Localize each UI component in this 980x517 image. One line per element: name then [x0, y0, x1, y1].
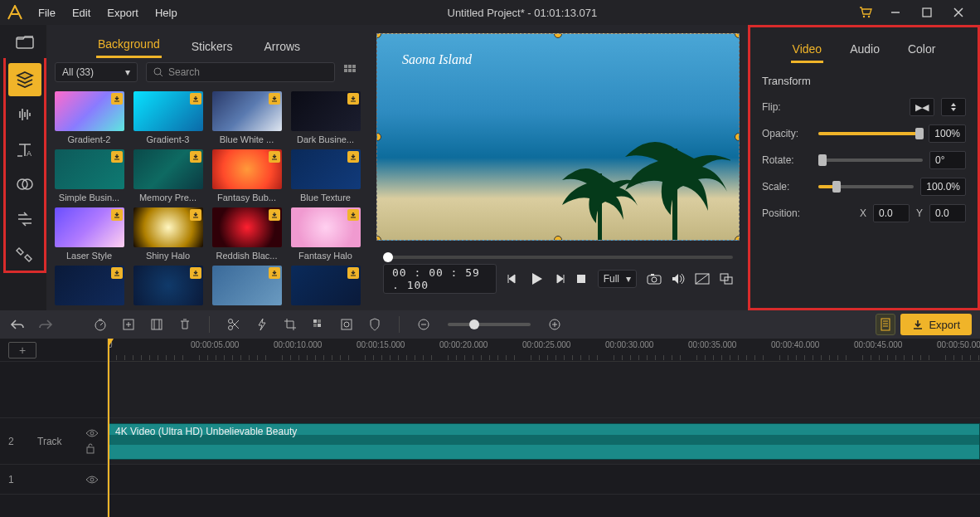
svg-point-28 — [229, 319, 233, 324]
tab-stickers[interactable]: Stickers — [190, 35, 235, 58]
timeline-lane-1[interactable] — [108, 465, 980, 495]
leftrail-media-button[interactable] — [3, 25, 46, 58]
speed-button[interactable] — [91, 315, 109, 334]
minimize-button[interactable] — [881, 2, 910, 22]
timeline-lane-empty[interactable] — [108, 362, 980, 418]
aspect-button[interactable] — [695, 271, 710, 287]
svg-text:A: A — [27, 149, 32, 158]
menu-export[interactable]: Export — [99, 7, 147, 19]
svg-rect-3 — [923, 8, 931, 17]
freeze-frame-button[interactable] — [337, 315, 356, 334]
redo-button[interactable] — [36, 315, 55, 334]
export-button[interactable]: Export — [900, 314, 972, 335]
visibility-icon[interactable] — [85, 429, 99, 437]
tab-background[interactable]: Background — [96, 32, 162, 58]
audio-wave-icon[interactable] — [8, 98, 41, 131]
stop-button[interactable] — [575, 271, 588, 287]
transition-icon[interactable] — [8, 202, 41, 236]
thumbnail-item[interactable]: Memory Pre... — [132, 149, 204, 202]
next-frame-button[interactable] — [554, 271, 566, 287]
thumbnail-item[interactable]: Reddish Blac... — [211, 207, 283, 261]
timeline-lane-2[interactable]: 4K Video (Ultra HD) Unbelievable Beauty — [108, 418, 980, 465]
fit-dropdown[interactable]: Full ▾ — [598, 270, 637, 288]
layers-icon[interactable] — [8, 63, 41, 96]
menu-file[interactable]: File — [30, 7, 64, 19]
prev-frame-button[interactable] — [507, 271, 519, 287]
undo-button[interactable] — [8, 315, 27, 334]
thumbnail-item[interactable] — [53, 266, 125, 305]
pos-x-value[interactable]: 0.0 — [873, 204, 910, 222]
play-button[interactable] — [529, 271, 544, 287]
scale-slider[interactable] — [818, 185, 914, 188]
thumbnail-item[interactable]: Gradient-2 — [53, 91, 125, 144]
tab-video[interactable]: Video — [791, 37, 824, 63]
timeline-tracks-area[interactable]: 000:00:05.00000:00:10.00000:00:15.00000:… — [108, 339, 980, 517]
timeline-ruler[interactable]: 000:00:05.00000:00:10.00000:00:15.00000:… — [108, 339, 980, 362]
preview-art-palms — [548, 99, 730, 240]
thumbnail-item[interactable] — [132, 266, 204, 305]
render-button[interactable] — [148, 315, 166, 334]
export-settings-button[interactable] — [876, 314, 895, 335]
rotate-value[interactable]: 0° — [929, 151, 966, 169]
thumbnail-item[interactable]: Gradient-3 — [132, 91, 204, 144]
grid-view-icon[interactable] — [343, 64, 360, 80]
fullscreen-button[interactable] — [720, 271, 733, 287]
crop-button[interactable] — [281, 315, 299, 334]
close-button[interactable] — [944, 2, 973, 22]
lock-icon[interactable] — [85, 442, 99, 454]
thumbnail-item[interactable]: Fantasy Halo — [289, 207, 361, 261]
preview-seekbar[interactable] — [376, 241, 740, 266]
maximize-button[interactable] — [912, 2, 942, 22]
thumbnail-item[interactable]: Blue White ... — [211, 91, 283, 144]
text-icon[interactable]: A — [8, 133, 41, 166]
thumbnail-item[interactable]: Laser Style — [53, 207, 125, 261]
thumbnail-item[interactable]: Dark Busine... — [289, 91, 361, 144]
thumbnail-item[interactable]: Blue Texture — [289, 149, 361, 202]
ruler-mark: 00:00:35.000 — [688, 340, 736, 349]
split-button[interactable] — [225, 315, 243, 334]
volume-button[interactable] — [672, 271, 685, 287]
cart-icon[interactable] — [859, 6, 872, 19]
menu-help[interactable]: Help — [147, 7, 186, 19]
rotate-slider[interactable] — [818, 159, 923, 162]
section-transform-title: Transform — [762, 75, 966, 87]
mosaic-button[interactable] — [309, 315, 327, 334]
opacity-value[interactable]: 100% — [929, 124, 966, 143]
quick-effects-button[interactable] — [253, 315, 271, 334]
tab-arrows[interactable]: Arrows — [263, 35, 303, 58]
visibility-icon[interactable] — [85, 476, 99, 484]
thumbnail-item[interactable]: Fantasy Bub... — [211, 149, 283, 202]
zoom-slider[interactable] — [448, 323, 531, 326]
thumbnail-item[interactable] — [211, 266, 283, 305]
opacity-slider[interactable] — [818, 132, 922, 135]
snapshot-button[interactable] — [647, 271, 662, 287]
download-badge-icon — [111, 209, 123, 221]
timeline-clip[interactable]: 4K Video (Ultra HD) Unbelievable Beauty — [108, 423, 980, 460]
pos-y-value[interactable]: 0.0 — [929, 204, 966, 222]
elements-icon[interactable] — [8, 237, 41, 271]
thumbnail-image — [212, 91, 282, 131]
tab-audio[interactable]: Audio — [848, 37, 881, 63]
overlay-icon[interactable] — [8, 168, 41, 201]
ruler-mark: 00:00:45.000 — [854, 340, 902, 349]
delete-button[interactable] — [176, 315, 194, 334]
thumbnail-item[interactable]: Simple Busin... — [53, 149, 125, 202]
zoom-out-button[interactable] — [415, 315, 433, 334]
tab-color[interactable]: Color — [906, 37, 937, 63]
media-panel: Background Stickers Arrows All (33) ▾ Se… — [46, 25, 368, 310]
search-input[interactable]: Search — [146, 62, 335, 82]
add-marker-button[interactable] — [119, 315, 138, 334]
media-folder-icon[interactable] — [8, 25, 41, 58]
flip-horizontal-button[interactable]: ▶◀ — [910, 98, 934, 116]
zoom-in-button[interactable] — [546, 315, 564, 334]
preview-canvas[interactable]: Saona Island — [376, 33, 740, 241]
category-dropdown[interactable]: All (33) ▾ — [55, 62, 138, 82]
flip-vertical-button[interactable] — [941, 98, 966, 116]
thumbnail-item[interactable]: Shiny Halo — [132, 207, 204, 261]
mask-button[interactable] — [366, 315, 384, 334]
scale-value[interactable]: 100.0% — [920, 178, 966, 196]
playhead[interactable] — [108, 339, 109, 517]
menu-edit[interactable]: Edit — [64, 7, 99, 19]
thumbnail-item[interactable] — [289, 266, 361, 305]
add-track-button[interactable]: + — [8, 342, 36, 358]
